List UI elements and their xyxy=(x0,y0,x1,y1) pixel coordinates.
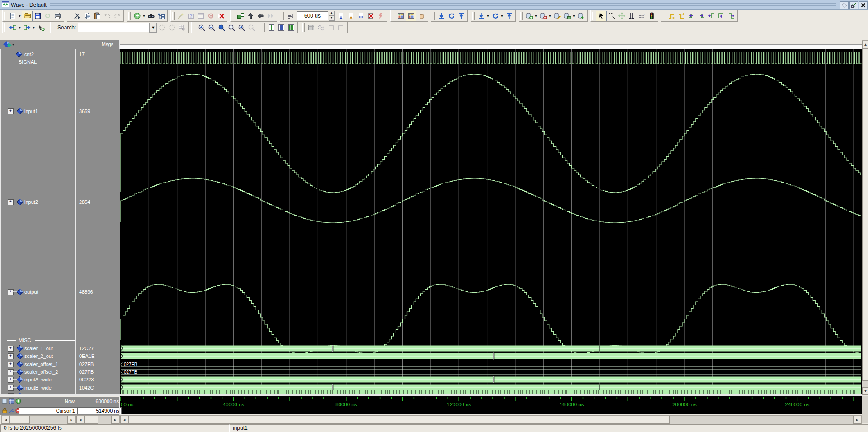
select-mode-button[interactable] xyxy=(596,11,607,21)
toolbar-grip[interactable] xyxy=(663,12,665,20)
find-next-button[interactable] xyxy=(157,23,167,33)
group-divider[interactable]: SIGNAL xyxy=(1,58,121,66)
layout-grid2-button[interactable] xyxy=(406,11,416,21)
toolbar-grip[interactable] xyxy=(4,23,6,32)
edit-mode-button[interactable] xyxy=(637,11,646,21)
toggle-leaf-button[interactable] xyxy=(266,23,276,33)
expand-icon[interactable]: + xyxy=(8,108,14,114)
pan-mode-button[interactable] xyxy=(617,11,627,21)
signal-row-cnt2[interactable]: cnt217 xyxy=(1,50,121,58)
continue-button[interactable] xyxy=(356,11,366,21)
scroll-thumb[interactable] xyxy=(10,416,30,424)
expand-icon[interactable]: + xyxy=(8,385,14,391)
scroll-right-icon[interactable]: ► xyxy=(111,416,119,424)
pattern-button[interactable] xyxy=(306,23,316,33)
run-length-field[interactable]: 600 us xyxy=(297,11,328,20)
run-button[interactable] xyxy=(336,11,346,21)
prev-signal-button-caret-icon[interactable]: ▼ xyxy=(18,23,22,33)
cursor-pane[interactable]: Now 600000 ns Cursor 1 514900 ns xyxy=(0,397,120,415)
link-button[interactable] xyxy=(236,11,245,21)
add-neg-edge-button[interactable] xyxy=(676,11,686,21)
toolbar-grip[interactable] xyxy=(433,12,435,20)
add-pos-edge-button[interactable] xyxy=(666,11,676,21)
signal-row-scaler_2_out[interactable]: +scaler_2_out0EA1E xyxy=(1,352,121,360)
column-separator[interactable] xyxy=(75,49,76,396)
expand-icon[interactable]: + xyxy=(8,289,14,295)
prev-transition-button[interactable] xyxy=(504,11,514,21)
wave-vertical-scrollbar[interactable]: ▲ ▼ xyxy=(862,40,868,395)
fast-forward-button[interactable] xyxy=(265,11,275,21)
toolbar-grip[interactable] xyxy=(193,23,195,32)
zoom-select-button[interactable] xyxy=(246,23,256,33)
open-file-button[interactable] xyxy=(22,11,33,21)
title-bar[interactable]: Wave - Default xyxy=(0,0,868,10)
find-prev-button[interactable] xyxy=(167,23,177,33)
find-button[interactable] xyxy=(146,11,156,21)
names-scrollbar[interactable]: ◄ ► xyxy=(1,415,76,424)
spin-up-icon[interactable]: ▲ xyxy=(329,11,335,16)
run-length-spinner[interactable]: ▲▼ xyxy=(329,11,335,21)
toolbar-grip[interactable] xyxy=(4,12,6,20)
db-add-button-caret-icon[interactable]: ▼ xyxy=(534,11,538,21)
scroll-thumb[interactable] xyxy=(128,416,670,424)
expand-icon[interactable]: + xyxy=(8,199,14,205)
db-export-button[interactable] xyxy=(576,11,586,21)
zoom-mode-button[interactable] xyxy=(607,11,617,21)
next-transition-button[interactable] xyxy=(476,11,486,21)
paste-button[interactable] xyxy=(92,11,102,21)
undock-button[interactable] xyxy=(849,1,858,9)
wave-scrollbar[interactable]: ◄ ► xyxy=(120,415,862,424)
toolbar-grip[interactable] xyxy=(172,12,175,20)
signal-row-inputA_wide[interactable]: +inputA_wide0C223 xyxy=(1,376,121,383)
new-document-button-caret-icon[interactable]: ▼ xyxy=(18,11,22,21)
move-up-button[interactable] xyxy=(245,11,255,21)
repeat-run-button-caret-icon[interactable]: ▼ xyxy=(500,11,504,21)
toggle-values-button[interactable] xyxy=(276,23,286,33)
prev-fall-edge-button[interactable] xyxy=(686,11,696,21)
scroll-left-icon[interactable]: ◄ xyxy=(2,416,10,424)
db-remove-button[interactable] xyxy=(538,11,548,21)
scroll-up-icon[interactable]: ▲ xyxy=(862,41,868,48)
redo-button[interactable] xyxy=(112,11,122,21)
zoom-cursor-button[interactable] xyxy=(226,23,236,33)
toolbar-grip[interactable] xyxy=(472,12,475,20)
scroll-down-icon[interactable]: ▼ xyxy=(862,387,868,395)
scroll-right-icon[interactable]: ► xyxy=(853,416,861,424)
rerun-button[interactable] xyxy=(446,11,456,21)
reload-button[interactable] xyxy=(42,11,52,21)
signal-row-scaler_1_out[interactable]: +scaler_1_out12C27 xyxy=(1,344,121,352)
any-edge-button[interactable] xyxy=(716,11,726,21)
toolbar-grip[interactable] xyxy=(232,12,234,20)
add-button[interactable] xyxy=(132,11,142,21)
signal-row-scaler_offset_2[interactable]: +scaler_offset_2027FB xyxy=(1,368,121,376)
zoom-full-button[interactable] xyxy=(217,23,226,33)
memory-grid-button[interactable] xyxy=(196,11,206,21)
expand-icon[interactable]: + xyxy=(8,346,14,352)
zoom-range-button[interactable] xyxy=(236,23,246,33)
waveform-canvas[interactable]: 027FB027FB xyxy=(120,49,862,394)
compare-button[interactable] xyxy=(316,23,326,33)
signal-row-inputB_wide[interactable]: +inputB_wide1042C xyxy=(1,384,121,391)
layout-grid-button[interactable] xyxy=(396,11,406,21)
signal-row-scaler_offset_1[interactable]: +scaler_offset_1027FB xyxy=(1,360,121,368)
next-event-button[interactable] xyxy=(436,11,446,21)
close-button[interactable] xyxy=(859,1,868,9)
expand-icon[interactable]: + xyxy=(8,353,14,359)
objects-icon[interactable] xyxy=(3,41,14,50)
zoom-out-button[interactable] xyxy=(207,23,217,33)
expand-icon[interactable]: + xyxy=(8,362,14,367)
db-remove-button-caret-icon[interactable]: ▼ xyxy=(548,11,552,21)
toolbar-grip[interactable] xyxy=(392,12,394,20)
cursor-mode-button[interactable] xyxy=(627,11,637,21)
stop-button[interactable] xyxy=(366,11,376,21)
scroll-thumb[interactable] xyxy=(85,416,98,424)
format-button[interactable] xyxy=(285,11,295,21)
db-add-button[interactable] xyxy=(524,11,534,21)
prev-edge-button[interactable] xyxy=(706,11,716,21)
db-save-button-caret-icon[interactable]: ▼ xyxy=(572,11,576,21)
signal-row-input1[interactable]: +input13659 xyxy=(1,107,121,115)
break-button[interactable] xyxy=(376,11,386,21)
toolbar-grip[interactable] xyxy=(282,12,284,20)
save-button[interactable] xyxy=(33,11,42,21)
repeat-run-button[interactable] xyxy=(490,11,500,21)
